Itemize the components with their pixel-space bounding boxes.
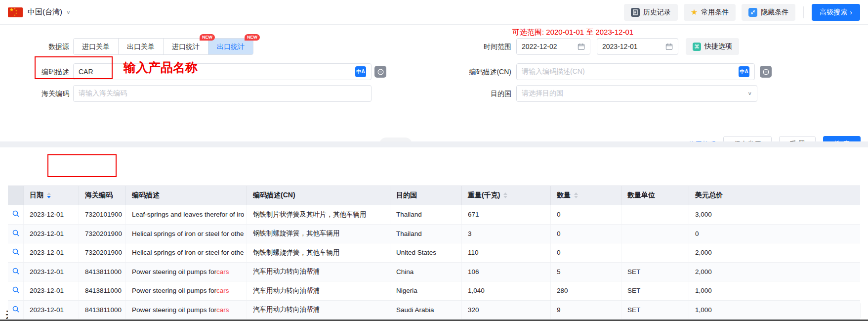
row-detail-button[interactable] <box>8 281 24 300</box>
quick-options-button[interactable]: ⌘ 快捷选项 <box>686 38 739 55</box>
cell-usd-total: 3,000 <box>689 205 860 224</box>
sort-icon[interactable] <box>47 192 51 198</box>
filter-form: 数据源 进口关单 出口关单 进口统计 NEW 出口统计 NEW 时间范围 202… <box>0 25 868 141</box>
column-header-expand <box>8 186 24 205</box>
row-detail-button[interactable] <box>8 225 24 243</box>
column-header-usd_total: 美元总价 <box>689 186 860 205</box>
desc-cn-label: 编码描述(CN) <box>437 63 511 80</box>
cell-unit <box>621 205 689 224</box>
tab-import-declarations[interactable]: 进口关单 <box>74 39 118 54</box>
cell-weight: 1,040 <box>462 281 551 300</box>
tab-import-statistics[interactable]: 进口统计 NEW <box>163 39 208 54</box>
exclude-icon[interactable] <box>760 66 772 78</box>
cell-destination: Thailand <box>390 225 462 243</box>
magnifier-icon <box>12 305 20 315</box>
search-term-highlight: cars <box>216 306 229 314</box>
chevron-down-icon[interactable]: ∨ <box>66 9 71 15</box>
table-row: 2023-12-018413811000Power steering oil p… <box>8 263 860 282</box>
cell-desc-en: Power steering oil pumps for cars <box>126 301 247 320</box>
cell-date: 2023-12-01 <box>24 301 79 320</box>
date-from-input[interactable]: 2022-12-02 <box>516 38 590 55</box>
cell-quantity: 0 <box>551 205 621 224</box>
cell-destination: Thailand <box>390 205 462 224</box>
country-selector[interactable]: 中国(台湾) <box>28 7 62 17</box>
cell-desc-cn: 钢铁制螺旋弹簧，其他车辆用 <box>247 243 390 262</box>
cell-unit: SET <box>621 281 689 300</box>
cell-desc-cn: 汽车用动力转向油帮浦 <box>247 263 390 281</box>
cell-hs-code: 8413811000 <box>79 301 126 320</box>
tab-export-statistics[interactable]: 出口统计 NEW <box>208 39 253 54</box>
desc-cn-input[interactable]: 请输入编码描述(CN) 中A <box>516 63 755 80</box>
cell-weight: 110 <box>462 243 551 262</box>
row-detail-button[interactable] <box>8 243 24 262</box>
cell-quantity: 0 <box>551 243 621 262</box>
cell-destination: China <box>390 263 462 281</box>
tab-export-declarations[interactable]: 出口关单 <box>118 39 163 54</box>
cell-hs-code: 8413811000 <box>79 263 126 281</box>
column-header-quantity[interactable]: 数量 <box>551 186 621 205</box>
cell-unit <box>621 225 689 243</box>
cell-date: 2023-12-01 <box>24 281 79 300</box>
advanced-search-button[interactable]: 高级搜索 › <box>812 4 860 21</box>
cell-unit <box>621 243 689 262</box>
desc-input[interactable]: CAR 中A <box>73 63 372 80</box>
cell-quantity: 9 <box>551 301 621 320</box>
collapse-icon <box>748 8 757 17</box>
cell-quantity: 280 <box>551 281 621 300</box>
table-row: 2023-12-017320101900Leaf-springs and lea… <box>8 205 860 225</box>
row-detail-button[interactable] <box>8 205 24 224</box>
magnifier-icon <box>12 210 20 219</box>
date-to-input[interactable]: 2023-12-01 <box>597 38 678 55</box>
sort-icon[interactable] <box>574 192 578 198</box>
table-row: 2023-12-017320201900Helical springs of i… <box>8 243 860 263</box>
new-badge: NEW <box>200 34 215 41</box>
row-detail-button[interactable] <box>8 263 24 281</box>
command-icon: ⌘ <box>693 43 701 51</box>
cell-unit: SET <box>621 263 689 281</box>
hide-conditions-button[interactable]: 隐藏条件 <box>742 4 795 21</box>
cell-weight: 3 <box>462 225 551 243</box>
exclude-icon[interactable] <box>374 66 386 78</box>
history-icon <box>631 8 640 17</box>
cell-destination: Saudi Arabia <box>390 301 462 320</box>
cell-desc-en: Helical springs of iron or steel for oth… <box>126 243 247 262</box>
magnifier-icon <box>12 267 20 276</box>
cell-desc-en: Helical springs of iron or steel for oth… <box>126 225 247 243</box>
dest-country-select[interactable]: 请选择目的国 ∨ <box>516 85 757 102</box>
search-term-highlight: cars <box>216 268 229 275</box>
hs-code-input[interactable]: 请输入海关编码 <box>73 85 372 102</box>
table-row: 2023-12-017320201900Helical springs of i… <box>8 225 860 244</box>
sort-icon[interactable] <box>503 192 507 198</box>
table-header-row: 日期海关编码编码描述编码描述(CN)目的国重量(千克)数量数量单位美元总价 <box>8 185 860 205</box>
cell-date: 2023-12-01 <box>24 225 79 243</box>
results-header: 共匹配到 2902 条记录 智能分析 ∨ 进入报告 导出 ∨ 自定义列 <box>0 147 868 185</box>
cell-hs-code: 7320201900 <box>79 243 126 262</box>
desc-label: 编码描述 <box>0 63 69 80</box>
divider <box>803 6 804 18</box>
cell-hs-code: 7320201900 <box>79 225 126 243</box>
table-row: 2023-12-018413811000Power steering oil p… <box>8 281 860 301</box>
column-header-date[interactable]: 日期 <box>24 186 79 205</box>
cell-destination: United States <box>390 243 462 262</box>
cell-destination: Nigeria <box>390 281 462 300</box>
cell-usd-total: 2,000 <box>689 263 860 281</box>
cell-date: 2023-12-01 <box>24 205 79 224</box>
cell-hs-code: 7320101900 <box>79 205 126 224</box>
dest-country-label: 目的国 <box>437 85 511 102</box>
time-range-label: 时间范围 <box>437 38 511 55</box>
history-button[interactable]: 历史记录 <box>624 4 678 21</box>
column-header-weight[interactable]: 重量(千克) <box>462 186 551 205</box>
calendar-icon <box>665 43 673 50</box>
translate-icon[interactable]: 中A <box>355 66 366 77</box>
column-header-desc_cn: 编码描述(CN) <box>247 186 390 205</box>
translate-icon[interactable]: 中A <box>739 66 749 77</box>
cell-date: 2023-12-01 <box>24 243 79 262</box>
calendar-icon <box>578 43 585 50</box>
cell-desc-en: Leaf-springs and leaves therefor of iro <box>126 205 247 224</box>
cell-desc-cn: 钢铁制螺旋弹簧，其他车辆用 <box>247 225 390 243</box>
row-detail-button[interactable] <box>8 301 24 320</box>
cell-usd-total: 1,000 <box>689 301 860 320</box>
favorites-button[interactable]: ★ 常用条件 <box>684 4 736 21</box>
magnifier-icon <box>12 286 20 295</box>
table-row: 2023-12-018413811000Power steering oil p… <box>8 301 860 320</box>
